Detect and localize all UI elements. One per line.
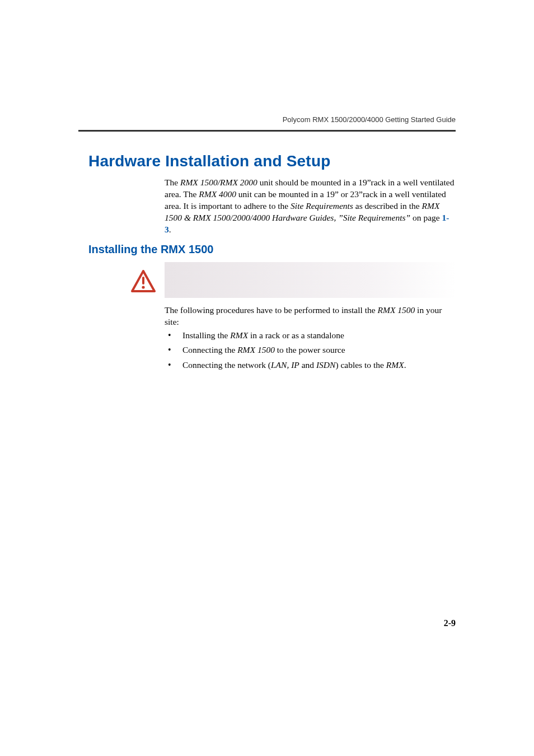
svg-rect-1	[142, 277, 144, 284]
text: .	[169, 225, 171, 234]
page: Polycom RMX 1500/2000/4000 Getting Start…	[0, 0, 534, 756]
list-item: Connecting the RMX 1500 to the power sou…	[168, 343, 456, 356]
italic-text: ISDN	[316, 360, 335, 370]
bullet-list: Installing the RMX in a rack or as a sta…	[168, 329, 456, 373]
list-item: Connecting the network (LAN, IP and ISDN…	[168, 358, 456, 371]
list-item: Installing the RMX in a rack or as a sta…	[168, 329, 456, 342]
text: .	[404, 360, 406, 370]
header-rule	[78, 130, 456, 132]
italic-text: RMX 1500	[237, 345, 275, 354]
italic-text: RMX 4000	[199, 189, 236, 199]
italic-text: LAN, IP	[271, 360, 299, 370]
text: in a rack or as a standalone	[248, 330, 344, 340]
text: on page	[410, 213, 442, 222]
text: and	[299, 360, 316, 370]
caution-bar	[165, 262, 456, 298]
italic-text: RMX	[230, 330, 248, 340]
text: Installing the	[182, 330, 230, 340]
page-number: 2-9	[444, 618, 456, 628]
svg-point-2	[142, 286, 144, 288]
italic-text: RMX	[386, 360, 404, 370]
italic-text: Site Requirements	[291, 201, 353, 211]
text: as described in the	[353, 201, 422, 211]
text: The	[165, 178, 180, 187]
intro-paragraph: The RMX 1500/RMX 2000 unit should be mou…	[165, 177, 456, 236]
text: Connecting the	[182, 345, 237, 354]
text: The following procedures have to be perf…	[165, 305, 378, 315]
heading-2: Installing the RMX 1500	[88, 243, 213, 256]
running-header: Polycom RMX 1500/2000/4000 Getting Start…	[283, 115, 456, 124]
italic-text: RMX 1500	[378, 305, 415, 315]
text: to the power source	[275, 345, 345, 354]
body-paragraph: The following procedures have to be perf…	[165, 305, 456, 328]
caution-block	[131, 262, 456, 298]
warning-icon	[131, 270, 156, 292]
text: ) cables to the	[335, 360, 386, 370]
text: Connecting the network (	[182, 360, 271, 370]
italic-text: RMX 1500/RMX 2000	[180, 178, 257, 187]
heading-1: Hardware Installation and Setup	[88, 152, 331, 170]
